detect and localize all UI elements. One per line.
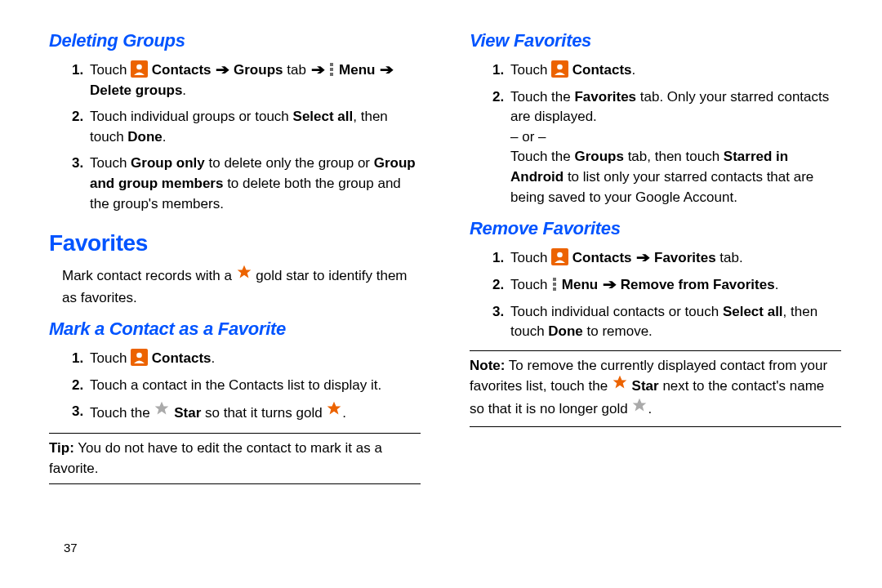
heading-favorites: Favorites (49, 227, 421, 261)
step-number: 2. (492, 275, 504, 296)
list-item: 1. Touch Contacts. (72, 349, 421, 369)
arrow-icon: ➔ (636, 248, 650, 269)
step-text: Touch individual groups or touch Select … (90, 109, 388, 145)
svg-point-0 (136, 65, 142, 70)
steps-remove-favorites: 1. Touch Contacts ➔ Favorites tab. 2. To… (470, 248, 841, 342)
tip-label: Tip: (49, 440, 74, 456)
step-number: 3. (72, 402, 83, 422)
svg-marker-8 (633, 399, 647, 412)
step-text: Touch a contact in the Contacts list to … (90, 377, 381, 393)
svg-marker-1 (237, 265, 251, 278)
left-column: Deleting Groups 1. Touch Contacts ➔ Grou… (49, 24, 421, 491)
list-item: 3. Touch individual contacts or touch Se… (492, 302, 841, 342)
contacts-icon (551, 248, 568, 265)
steps-mark-favorite: 1. Touch Contacts. 2. Touch a contact in… (49, 349, 421, 425)
step-number: 1. (492, 60, 504, 81)
step-text: Touch Contacts. (90, 350, 215, 366)
list-item: 3. Touch Group only to delete only the g… (72, 154, 421, 214)
contacts-icon (131, 349, 148, 366)
menu-icon (330, 63, 333, 76)
step-number: 1. (72, 349, 83, 369)
svg-marker-3 (155, 402, 169, 415)
step-number: 2. (72, 107, 83, 127)
contacts-icon (131, 60, 148, 78)
step-text: Touch Contacts. (510, 62, 635, 78)
heading-view-favorites: View Favorites (470, 28, 841, 54)
step-text: Touch the Favorites tab. Only your starr… (510, 89, 829, 205)
list-item: 2. Touch a contact in the Contacts list … (72, 376, 421, 396)
note-label: Note: (470, 358, 505, 373)
arrow-icon: ➔ (216, 60, 229, 81)
star-gold-icon (236, 264, 252, 287)
heading-mark-favorite: Mark a Contact as a Favorite (49, 316, 421, 342)
step-text: Touch Contacts ➔ Favorites tab. (510, 250, 743, 265)
svg-marker-4 (327, 402, 341, 415)
step-number: 2. (492, 87, 504, 108)
step-text: Touch the Star so that it turns gold . (90, 405, 346, 421)
page-number: 37 (64, 539, 78, 557)
step-text: Touch Contacts ➔ Groups tab ➔ Menu ➔ Del… (90, 62, 394, 98)
svg-point-5 (557, 65, 563, 70)
steps-deleting-groups: 1. Touch Contacts ➔ Groups tab ➔ Menu ➔ … (49, 60, 421, 214)
list-item: 3. Touch the Star so that it turns gold … (72, 402, 421, 425)
arrow-icon: ➔ (603, 275, 617, 296)
list-item: 2. Touch individual groups or touch Sele… (72, 107, 421, 147)
heading-deleting-groups: Deleting Groups (49, 28, 421, 54)
heading-remove-favorites: Remove Favorites (470, 216, 841, 242)
arrow-icon: ➔ (380, 60, 394, 81)
step-number: 3. (492, 302, 504, 323)
list-item: 1. Touch Contacts. (492, 60, 841, 81)
contacts-icon (551, 60, 568, 78)
star-gray-icon (154, 400, 170, 423)
right-column: View Favorites 1. Touch Contacts. 2. Tou… (470, 24, 841, 491)
list-item: 1. Touch Contacts ➔ Groups tab ➔ Menu ➔ … (72, 60, 421, 100)
star-gold-icon (326, 400, 342, 423)
step-text: Touch Menu ➔ Remove from Favorites. (510, 277, 778, 292)
star-gray-icon (631, 397, 648, 420)
step-number: 1. (492, 248, 504, 269)
list-item: 1. Touch Contacts ➔ Favorites tab. (492, 248, 841, 269)
tip-body: You do not have to edit the contact to m… (49, 440, 382, 476)
paragraph: Mark contact records with a gold star to… (62, 265, 421, 308)
menu-icon (553, 278, 556, 291)
arrow-icon: ➔ (310, 60, 324, 81)
svg-point-2 (136, 353, 142, 359)
step-text: Touch individual contacts or touch Selec… (510, 304, 817, 340)
svg-point-6 (557, 252, 563, 258)
list-item: 2. Touch Menu ➔ Remove from Favorites. (492, 275, 841, 296)
steps-view-favorites: 1. Touch Contacts. 2. Touch the Favorite… (470, 60, 841, 207)
step-number: 1. (72, 60, 83, 81)
step-number: 3. (72, 154, 83, 174)
note-box: Note: To remove the currently displayed … (470, 350, 841, 427)
svg-marker-7 (613, 376, 627, 389)
tip-box: Tip: You do not have to edit the contact… (49, 433, 421, 484)
step-number: 2. (72, 376, 83, 396)
step-text: Touch Group only to delete only the grou… (90, 155, 416, 211)
star-gold-icon (612, 374, 628, 397)
page-content: Deleting Groups 1. Touch Contacts ➔ Grou… (0, 0, 882, 499)
list-item: 2. Touch the Favorites tab. Only your st… (492, 87, 841, 208)
